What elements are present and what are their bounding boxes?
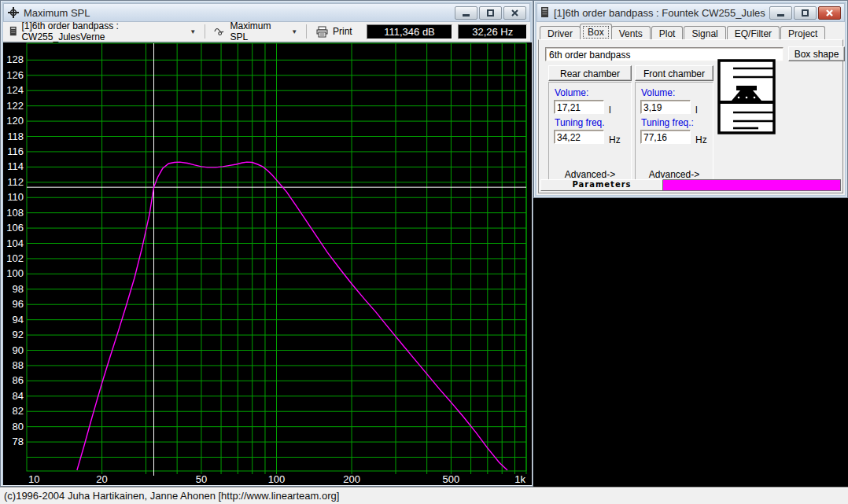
rear-chamber-panel: Volume: 17,21 l Tuning freq. 34,22 Hz Ad… [548,82,632,187]
project-dropdown[interactable]: [1]6th order bandpass : CW255_JulesVerne… [6,24,199,40]
x-axis-label: 500 [443,473,460,485]
parameters-header[interactable]: Parameters [540,179,663,191]
tab-driver[interactable]: Driver [540,26,581,39]
sine-curve-icon [214,26,226,37]
y-axis-label: 94 [13,314,24,326]
y-axis-label: 106 [6,222,24,234]
x-axis-label: 50 [196,473,207,485]
spl-titlebar[interactable]: Maximum SPL [3,3,530,22]
minimize-icon [463,14,470,17]
print-icon [315,26,329,38]
y-axis-label: 118 [7,131,24,142]
y-axis-label: 90 [13,344,24,356]
tab-vents[interactable]: Vents [611,26,651,39]
minimize-button[interactable] [455,6,477,20]
project-window-title: [1]6th order bandpass : Fountek CW255_Ju… [554,7,765,19]
copyright-text: (c)1996-2004 Juha Hartikainen, Janne Aho… [4,490,339,502]
y-axis-label: 104 [6,237,24,249]
tab-label: Vents [619,28,643,39]
front-advanced-link[interactable]: Advanced-> [636,169,713,180]
project-window-icon [540,7,550,18]
close-icon [511,9,518,17]
maximum-spl-window-icon [7,6,20,19]
y-axis-label: 128 [6,53,24,65]
maximum-spl-window: Maximum SPL [1]6th order bandpass : CW25… [0,0,533,487]
toolbar-separator [205,24,205,39]
front-volume-input[interactable]: 3,19 [640,100,691,114]
y-axis-label: 96 [13,298,24,310]
print-button[interactable]: Print [312,24,356,40]
y-axis-label: 82 [13,405,24,417]
y-axis-label: 116 [7,145,24,157]
y-axis-label: 98 [13,283,24,295]
rear-chamber-button[interactable]: Rear chamber [548,65,632,81]
tab-signal[interactable]: Signal [684,26,725,39]
y-axis-label: 78 [13,436,24,447]
y-axis-label: 84 [13,390,24,402]
restore-icon [487,9,494,17]
rear-volume-unit: l [609,105,611,116]
x-axis-label: 200 [343,473,360,485]
chart-background [3,42,532,485]
tab-label: Driver [548,28,573,39]
y-axis-label: 120 [6,115,24,127]
front-volume-label: Volume: [641,87,675,98]
maximize-button[interactable] [794,6,817,20]
rear-tuning-input[interactable]: 34,22 [554,130,604,144]
tab-plot[interactable]: Plot [651,26,684,39]
y-axis-label: 100 [6,267,24,279]
box-tab-page: 6th order bandpass Box shape Rear chambe… [538,39,843,193]
x-axis-label: 10 [28,473,39,485]
rear-advanced-link[interactable]: Advanced-> [549,169,631,180]
tab-label: EQ/Filter [735,28,772,39]
restore-icon [802,9,809,17]
rear-tuning-unit: Hz [609,134,621,145]
y-axis-label: 102 [6,252,24,264]
tab-project[interactable]: Project [780,26,825,39]
x-axis-label: 1k [514,473,525,485]
spl-chart[interactable]: 7880828486889092949698100102104106108110… [3,42,530,484]
chevron-down-icon: ▼ [291,28,297,35]
y-axis-label: 114 [7,160,24,172]
tab-bar: DriverBoxVentsPlotSignalEQ/FilterProject [538,24,843,39]
spl-window-title: Maximum SPL [24,7,451,19]
rear-volume-input[interactable]: 17,21 [554,100,604,114]
tab-label: Project [788,28,817,39]
chevron-down-icon: ▼ [190,28,196,35]
y-axis-label: 108 [6,207,24,219]
close-button[interactable] [818,6,841,20]
front-chamber-button[interactable]: Front chamber [635,65,713,81]
y-axis-label: 92 [13,329,24,340]
minimize-button[interactable] [769,6,792,20]
minimize-icon [777,14,784,17]
front-tuning-unit: Hz [695,134,707,145]
spl-toolbar: [1]6th order bandpass : CW255_JulesVerne… [3,22,530,42]
close-button[interactable] [503,6,526,20]
plot-type-dropdown[interactable]: Maximum SPL ▼ [211,24,300,40]
y-axis-label: 122 [6,100,24,112]
maximize-button[interactable] [479,6,502,20]
project-icon [9,26,17,37]
project-titlebar[interactable]: [1]6th order bandpass : Fountek CW255_Ju… [536,3,845,22]
tab-label: Signal [691,28,717,39]
front-volume-unit: l [695,105,698,116]
toolbar-separator [306,24,307,39]
project-client-area: DriverBoxVentsPlotSignalEQ/FilterProject… [536,22,845,195]
x-axis-label: 100 [268,473,286,485]
plot-type-label: Maximum SPL [230,20,283,42]
print-label: Print [333,26,352,37]
box-shape-button[interactable]: Box shape [788,46,845,61]
bandpass-project-window: [1]6th order bandpass : Fountek CW255_Ju… [533,0,848,198]
bandpass-box-schematic [717,59,776,134]
front-tuning-input[interactable]: 77,16 [640,130,691,144]
tab-label: Plot [659,28,676,39]
tab-focus-rect [583,26,609,39]
close-icon [826,9,833,17]
parameters-row: Parameters [540,179,841,191]
tab-eq-filter[interactable]: EQ/Filter [727,26,780,39]
tab-box[interactable]: Box [580,24,612,39]
status-bar: (c)1996-2004 Juha Hartikainen, Janne Aho… [0,487,848,504]
x-axis-label: 20 [96,473,107,485]
frequency-readout: 32,26 Hz [458,24,527,39]
y-axis-label: 124 [6,84,24,96]
